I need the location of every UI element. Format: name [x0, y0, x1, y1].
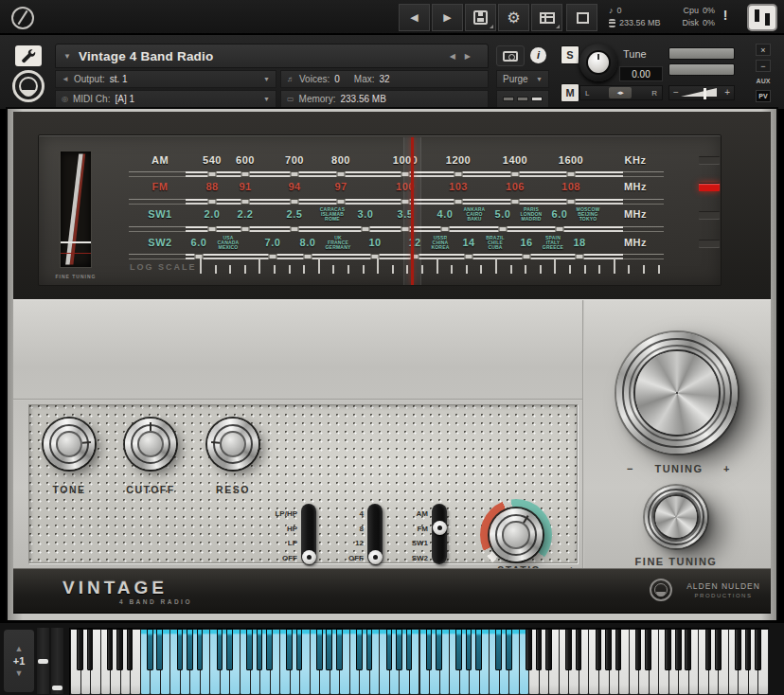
minimize-button[interactable]: −	[756, 60, 771, 72]
fine-tuning-knob[interactable]	[645, 486, 707, 548]
dial-frequency-label: 108	[561, 181, 580, 192]
piano-key-black[interactable]	[426, 629, 433, 670]
piano-key-black[interactable]	[615, 629, 622, 670]
pv-button[interactable]: PV	[756, 90, 771, 102]
piano-key-black[interactable]	[107, 629, 114, 670]
snapshot-button[interactable]	[496, 45, 525, 66]
midi-channel-select[interactable]: ◎ MIDI Ch: [A] 1 ▼	[55, 90, 276, 108]
piano-key-black[interactable]	[266, 629, 273, 670]
solo-button[interactable]: S	[561, 45, 579, 64]
instrument-title-bar[interactable]: ▼ Vintage 4 Band Radio ◀▶	[55, 44, 489, 68]
piano-key-black[interactable]	[735, 629, 741, 670]
piano-key-black[interactable]	[645, 629, 651, 670]
pan-slider[interactable]: L ◂▸ R	[579, 85, 663, 100]
title-dropdown-icon[interactable]: ▼	[63, 52, 71, 61]
tone-knob[interactable]	[44, 419, 95, 470]
volume-handle[interactable]	[704, 88, 706, 99]
piano-key-black[interactable]	[356, 629, 363, 670]
octave-shift-control[interactable]: ▲ +1 ▼	[4, 630, 34, 692]
pan-handle[interactable]: ◂▸	[609, 87, 632, 98]
output-select[interactable]: ◄ Output: st. 1 ▼	[55, 70, 276, 88]
output-value: st. 1	[110, 74, 128, 84]
volume-slider[interactable]: − +	[668, 85, 735, 100]
piano-key-black[interactable]	[316, 629, 323, 670]
slider-handle[interactable]	[302, 550, 316, 564]
piano-key-black[interactable]	[336, 629, 343, 670]
tuning-needle[interactable]	[411, 137, 414, 285]
piano-key-black[interactable]	[705, 629, 712, 670]
log-scale-tick	[363, 265, 365, 274]
piano-key-black[interactable]	[475, 629, 482, 670]
piano-key-black[interactable]	[436, 629, 442, 670]
piano-key-black[interactable]	[257, 629, 263, 670]
mute-button[interactable]: M	[561, 83, 579, 102]
piano-key-black[interactable]	[755, 629, 761, 670]
piano-key-black[interactable]	[286, 629, 293, 670]
piano-key-black[interactable]	[675, 629, 682, 670]
nav-forward-button[interactable]: ▶	[432, 4, 463, 31]
static-knob[interactable]	[490, 508, 543, 561]
piano-key-black[interactable]	[366, 629, 373, 670]
piano-key-black[interactable]	[187, 629, 193, 670]
piano-key-black[interactable]	[147, 629, 153, 670]
piano-key-black[interactable]	[87, 629, 94, 670]
piano-keyboard[interactable]	[69, 628, 769, 695]
output-label: Output:	[74, 74, 105, 84]
piano-key-black[interactable]	[596, 629, 602, 670]
tuning-knob[interactable]	[616, 332, 738, 454]
piano-key-black[interactable]	[197, 629, 204, 670]
piano-key-black[interactable]	[217, 629, 223, 670]
cascade-button[interactable]	[566, 4, 597, 31]
tune-knob[interactable]	[579, 44, 617, 81]
save-button[interactable]	[465, 4, 496, 31]
piano-key-black[interactable]	[715, 629, 722, 670]
info-button[interactable]: i	[530, 47, 546, 63]
nav-back-button[interactable]: ◀	[399, 4, 430, 31]
slider-handle[interactable]	[433, 521, 447, 535]
piano-key-black[interactable]	[605, 629, 612, 670]
pitch-wheel[interactable]	[37, 628, 49, 694]
piano-key-black[interactable]	[495, 629, 502, 670]
piano-key-black[interactable]	[745, 629, 752, 670]
piano-key-black[interactable]	[326, 629, 332, 670]
piano-key-black[interactable]	[296, 629, 303, 670]
octave-down-icon[interactable]: ▼	[15, 669, 24, 677]
reso-knob[interactable]	[207, 419, 258, 470]
piano-key-black[interactable]	[406, 629, 413, 670]
piano-key-black[interactable]	[635, 629, 642, 670]
piano-key-black[interactable]	[545, 629, 552, 670]
mod-wheel[interactable]	[51, 628, 63, 694]
view-layout-button[interactable]	[531, 4, 562, 31]
octave-up-icon[interactable]: ▲	[15, 645, 24, 652]
piano-key-black[interactable]	[455, 629, 462, 670]
options-button[interactable]: ⚙	[498, 4, 529, 31]
piano-key-black[interactable]	[506, 629, 512, 670]
piano-key-black[interactable]	[386, 629, 393, 670]
piano-key-black[interactable]	[246, 629, 253, 670]
piano-key-black[interactable]	[536, 629, 543, 670]
piano-key-black[interactable]	[576, 629, 582, 670]
close-button[interactable]: ×	[756, 44, 771, 56]
aux-button[interactable]: AUX	[756, 78, 771, 84]
piano-key-black[interactable]	[226, 629, 233, 670]
purge-menu[interactable]: Purge ▼	[496, 70, 549, 88]
piano-key-black[interactable]	[116, 629, 123, 670]
tune-value[interactable]: 0.00	[619, 66, 663, 81]
piano-key-black[interactable]	[565, 629, 572, 670]
cutoff-knob[interactable]	[125, 419, 176, 470]
piano-key-black[interactable]	[526, 629, 532, 670]
piano-key-black[interactable]	[77, 629, 83, 670]
slider-handle[interactable]	[368, 550, 383, 564]
piano-key-black[interactable]	[665, 629, 671, 670]
main-toolbar: ◀ ▶ ⚙ ♪0 Cpu0% 233.56 MB Disk0% !	[0, 0, 784, 35]
instrument-nav-arrows[interactable]: ◀▶	[450, 52, 480, 61]
piano-key-black[interactable]	[127, 629, 134, 670]
piano-key-black[interactable]	[396, 629, 402, 670]
alert-indicator[interactable]: !	[718, 8, 733, 23]
power-icon[interactable]	[11, 7, 34, 29]
piano-key-black[interactable]	[177, 629, 184, 670]
piano-key-black[interactable]	[685, 629, 691, 670]
edit-instrument-button[interactable]	[15, 45, 42, 66]
piano-key-black[interactable]	[466, 629, 472, 670]
piano-key-black[interactable]	[156, 629, 163, 670]
